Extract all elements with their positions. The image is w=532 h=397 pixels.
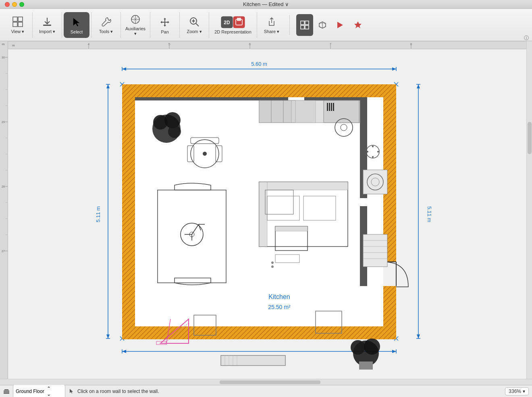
rulers-canvas: m 30 29 28 — [0, 41, 532, 379]
viewmode-render-button[interactable] — [332, 14, 349, 36]
auxiliaries-icon — [129, 14, 142, 25]
auxiliaries-label: Auxiliaries ▾ — [124, 26, 147, 36]
svg-text:Kitchen: Kitchen — [268, 293, 290, 300]
cursor-icon — [69, 388, 75, 395]
svg-rect-17 — [301, 21, 304, 25]
share-button[interactable]: Share ▾ — [259, 12, 285, 38]
window-title: Kitchen — Edited ∨ — [243, 1, 289, 7]
svg-rect-3 — [18, 22, 23, 27]
svg-marker-71 — [122, 67, 126, 71]
svg-rect-113 — [329, 103, 330, 111]
svg-marker-72 — [392, 67, 396, 71]
svg-point-128 — [372, 156, 374, 158]
svg-point-129 — [367, 151, 368, 153]
svg-rect-91 — [122, 326, 396, 339]
floor-plan-svg: 5.60 m 5.11 m 5.11 m — [86, 57, 449, 372]
tools-icon — [100, 15, 112, 28]
tools-button[interactable]: Tools ▾ — [93, 12, 119, 38]
zoom-control[interactable]: 336% ▾ — [505, 387, 529, 395]
svg-rect-19 — [301, 25, 304, 29]
view-button[interactable]: View ▾ — [5, 12, 31, 38]
svg-rect-103 — [304, 97, 367, 100]
floor-dropdown-icon: ⌃⌄ — [47, 386, 51, 397]
svg-rect-154 — [275, 226, 308, 231]
import-label: Import ▾ — [39, 29, 55, 34]
zoom-icon — [188, 15, 201, 28]
share-label: Share ▾ — [264, 29, 279, 34]
right-scroll-thumb[interactable] — [528, 122, 532, 154]
bottom-scroll-thumb[interactable] — [220, 380, 320, 384]
svg-point-142 — [168, 125, 181, 138]
svg-rect-115 — [333, 103, 334, 111]
svg-text:25.50 m²: 25.50 m² — [268, 304, 291, 310]
svg-text:28: 28 — [2, 185, 5, 188]
floor-plan-canvas[interactable]: 5.60 m 5.11 m 5.11 m — [8, 49, 526, 379]
close-button[interactable] — [5, 2, 10, 7]
select-button[interactable]: Select — [64, 12, 89, 38]
status-text: Click on a room wall to select the wall. — [77, 389, 159, 394]
select-label: Select — [71, 29, 83, 34]
toolbar-group-tools: Tools ▾ — [91, 12, 121, 38]
pan-label: Pan — [161, 29, 169, 34]
toolbar-group-share: Share ▾ — [257, 12, 286, 38]
svg-rect-90 — [122, 84, 396, 97]
toolbar-group-zoom: Zoom ▾ — [179, 12, 209, 38]
svg-text:29: 29 — [2, 121, 5, 123]
svg-text:27: 27 — [2, 250, 5, 253]
svg-text:8: 8 — [410, 42, 412, 46]
viewmode-3d-button[interactable] — [314, 14, 331, 36]
svg-rect-179 — [4, 393, 9, 394]
zoom-value: 336% — [509, 389, 521, 394]
svg-marker-23 — [337, 22, 343, 28]
view-icon — [11, 15, 24, 28]
svg-text:30: 30 — [2, 56, 5, 59]
viewmode-extra-button[interactable] — [349, 14, 366, 36]
zoom-button[interactable]: Zoom ▾ — [181, 12, 207, 38]
pan-button[interactable]: Pan — [152, 12, 178, 38]
svg-text:5: 5 — [168, 42, 170, 46]
2d-representation-icon: 2D — [219, 16, 247, 29]
svg-marker-74 — [392, 350, 396, 353]
minimize-button[interactable] — [12, 2, 17, 7]
svg-point-171 — [351, 340, 365, 355]
titlebar: Kitchen — Edited ∨ — [0, 0, 532, 9]
select-icon — [70, 16, 83, 29]
svg-rect-178 — [4, 392, 9, 393]
svg-marker-76 — [106, 334, 110, 338]
bottom-scrollbar[interactable] — [0, 379, 532, 385]
2d-representation-button[interactable]: 2D 2D Representation — [211, 12, 255, 38]
svg-text:2D: 2D — [224, 20, 230, 25]
status-message: Click on a room wall to select the wall. — [69, 388, 159, 395]
canvas-wrap: m 30 29 28 — [0, 41, 532, 385]
svg-text:5.60 m: 5.60 m — [251, 61, 267, 67]
canvas-column: m 4 5 6 7 8 — [8, 41, 526, 379]
svg-text:m: m — [12, 44, 15, 47]
right-scrollbar[interactable] — [526, 41, 532, 379]
toolbar-separator — [289, 15, 290, 35]
import-icon — [41, 15, 54, 28]
toolbar-group-auxiliaries: Auxiliaries ▾ — [121, 12, 150, 38]
maximize-button[interactable] — [19, 2, 24, 7]
svg-marker-24 — [354, 21, 362, 28]
svg-rect-101 — [135, 97, 288, 100]
svg-point-172 — [364, 338, 380, 355]
svg-text:6: 6 — [249, 42, 251, 46]
floor-selector[interactable]: Ground Floor ⌃⌄ — [13, 384, 65, 397]
svg-rect-177 — [4, 389, 8, 390]
import-button[interactable]: Import ▾ — [34, 12, 60, 38]
svg-rect-16 — [237, 18, 241, 21]
toolbar: View ▾ Import ▾ Select — [0, 9, 532, 41]
toolbar-group-select: Select — [62, 12, 91, 38]
svg-text:7: 7 — [330, 42, 332, 46]
svg-marker-75 — [106, 84, 110, 88]
viewmode-2d-button[interactable] — [296, 14, 313, 36]
zoom-dropdown-icon: ▾ — [523, 389, 525, 394]
svg-rect-112 — [327, 103, 328, 111]
zoom-label: Zoom ▾ — [187, 29, 202, 34]
svg-point-144 — [203, 152, 207, 156]
auxiliaries-button[interactable]: Auxiliaries ▾ — [123, 12, 148, 38]
svg-rect-149 — [259, 182, 348, 190]
info-button[interactable]: ⓘ — [524, 35, 529, 42]
tools-label: Tools ▾ — [99, 29, 113, 34]
svg-rect-94 — [383, 286, 396, 339]
